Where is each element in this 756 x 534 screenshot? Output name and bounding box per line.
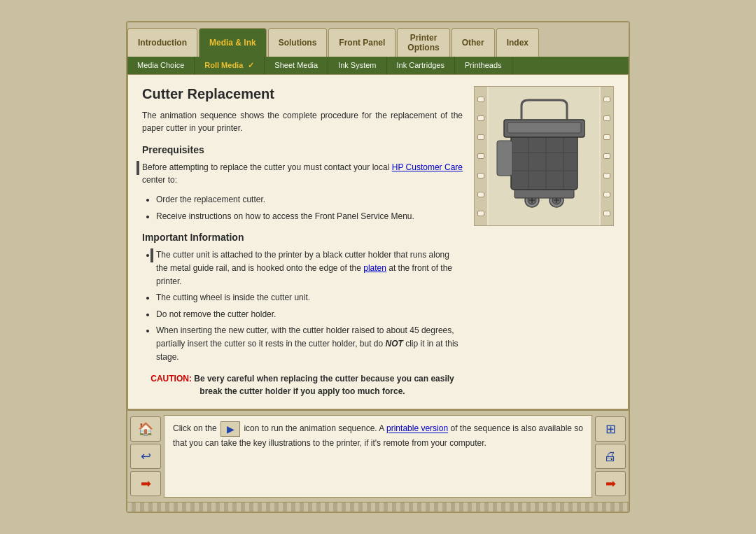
tab-other[interactable]: Other [451,28,495,57]
svg-rect-17 [497,141,512,176]
print-button[interactable]: 🖨 [595,444,626,469]
svg-rect-16 [514,190,574,198]
forward-button[interactable]: ➡ [130,471,161,496]
tab-solutions[interactable]: Solutions [268,28,328,57]
page-overview-button[interactable]: ⊞ [595,416,626,442]
list-item: Order the replacement cutter. [156,193,463,206]
subtab-ink-cartridges[interactable]: Ink Cartridges [387,57,455,74]
important-heading: Important Information [142,232,463,243]
platen-link[interactable]: platen [363,263,386,273]
footer-area: 🏠 ↩ ➡ Click on the ▶ icon to run the ani… [127,409,629,502]
footer-text: Click on the ▶ icon to run the animation… [173,421,583,450]
back-button[interactable]: ↩ [130,444,161,469]
content-area: Cutter Replacement The animation sequenc… [127,74,629,409]
tab-printer-options[interactable]: Printer Options [397,28,449,57]
subtab-printheads[interactable]: Printheads [455,57,512,74]
list-item: Receive instructions on how to access th… [156,210,463,223]
film-hole [603,115,610,121]
tab-front-panel[interactable]: Front Panel [328,28,396,57]
home-button[interactable]: 🏠 [130,416,161,442]
subtab-media-choice[interactable]: Media Choice [127,57,195,74]
film-holes-left [475,87,487,225]
content-image [474,86,614,398]
film-hole [603,211,610,216]
left-nav-buttons: 🏠 ↩ ➡ [127,415,164,498]
caution-box: CAUTION: Be very careful when replacing … [142,372,463,398]
film-hole [477,134,484,140]
important-list: The cutter unit is attached to the print… [156,248,463,365]
not-text: NOT [386,339,403,349]
film-hole [477,115,484,121]
svg-rect-0 [511,134,578,190]
check-icon: ✓ [248,61,254,69]
film-hole [477,211,484,216]
film-hole [603,97,610,102]
prerequisites-body: Before attempting to replace the cutter … [142,161,463,186]
printable-version-link[interactable]: printable version [386,424,448,434]
page-icon: ⊞ [606,421,616,437]
film-hole [603,173,610,178]
decorative-strip [127,502,629,512]
film-hole [603,192,610,197]
next-icon: ➡ [606,476,616,491]
hp-customer-care-link[interactable]: HP Customer Care [392,162,463,172]
footer-content: Click on the ▶ icon to run the animation… [164,415,592,498]
film-hole [603,153,610,159]
home-icon: 🏠 [138,421,153,437]
cutter-illustration [490,92,598,221]
list-item: The cutter unit is attached to the print… [156,248,463,289]
prerequisites-list: Order the replacement cutter. Receive in… [156,193,463,223]
list-item: When inserting the new cutter, with the … [156,324,463,365]
film-hole [477,173,484,178]
caution-text: Be very careful when replacing the cutte… [194,374,454,396]
subtab-ink-system[interactable]: Ink System [328,57,386,74]
film-hole [477,192,484,197]
right-nav-buttons: ⊞ 🖨 ➡ [592,415,629,498]
film-content [489,87,599,225]
film-hole [603,134,610,140]
sub-navigation: Media Choice Roll Media ✓ Sheet Media In… [127,57,629,74]
print-icon: 🖨 [604,449,617,464]
content-text: Cutter Replacement The animation sequenc… [142,86,463,398]
section-intro: The animation sequence shows the complet… [142,109,463,134]
tab-introduction[interactable]: Introduction [127,28,197,57]
sidebar-marker [136,161,139,175]
tab-index[interactable]: Index [496,28,539,57]
animation-icon[interactable]: ▶ [220,421,240,437]
subtab-roll-media[interactable]: Roll Media ✓ [195,57,265,74]
film-strip [474,86,614,226]
film-hole [477,153,484,159]
next-button[interactable]: ➡ [595,471,626,496]
back-icon: ↩ [141,449,151,464]
subtab-sheet-media[interactable]: Sheet Media [265,57,328,74]
tab-media-ink[interactable]: Media & Ink [199,28,267,57]
forward-icon: ➡ [141,476,151,491]
list-item: The cutting wheel is inside the cutter u… [156,291,463,304]
top-navigation: Introduction Media & Ink Solutions Front… [127,22,629,57]
caution-label: CAUTION: [150,374,192,384]
svg-rect-7 [507,122,581,133]
film-holes-right [601,87,613,225]
page-title: Cutter Replacement [142,86,463,102]
prerequisites-heading: Prerequisites [142,144,463,155]
list-item: Do not remove the cutter holder. [156,308,463,321]
film-hole [477,97,484,102]
sidebar-marker [150,248,153,262]
